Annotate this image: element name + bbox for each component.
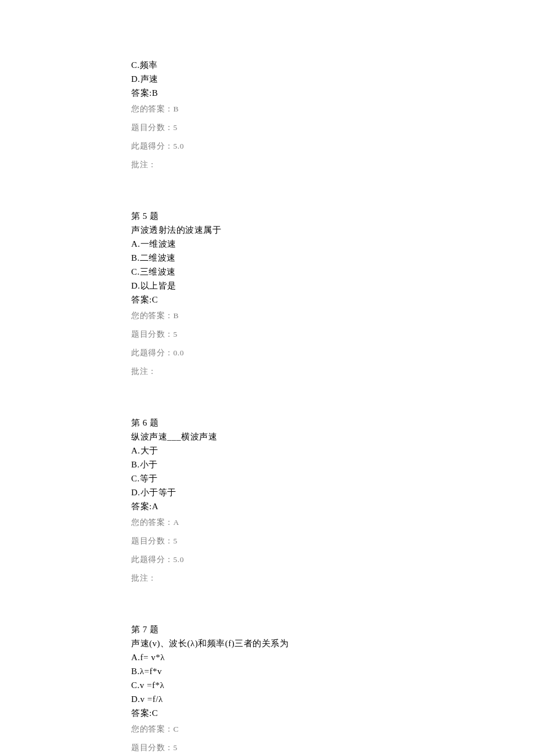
- question-score: 此题得分：5.0: [131, 137, 534, 156]
- option-a: A.f= v*λ: [131, 650, 534, 664]
- question-7: 第 7 题 声速(v)、波长(λ)和频率(f)三者的关系为 A.f= v*λ B…: [131, 622, 534, 756]
- question-number: 第 6 题: [131, 416, 534, 430]
- option-c: C.等于: [131, 471, 534, 485]
- option-c: C.频率: [131, 58, 534, 72]
- question-number: 第 7 题: [131, 622, 534, 636]
- question-stem: 声速(v)、波长(λ)和频率(f)三者的关系为: [131, 636, 534, 650]
- question-points: 题目分数：5: [131, 325, 534, 344]
- option-b: B.小于: [131, 458, 534, 471]
- note: 批注：: [131, 362, 534, 381]
- note: 批注：: [131, 156, 534, 174]
- question-score: 此题得分：0.0: [131, 344, 534, 362]
- option-d: D.以上皆是: [131, 279, 534, 293]
- option-d: D.v =f/λ: [131, 692, 534, 706]
- question-6: 第 6 题 纵波声速___横波声速 A.大于 B.小于 C.等于 D.小于等于 …: [131, 416, 534, 588]
- note: 批注：: [131, 569, 534, 588]
- option-d: D.小于等于: [131, 485, 534, 499]
- question-stem: 纵波声速___横波声速: [131, 430, 534, 444]
- option-d: D.声速: [131, 72, 534, 86]
- user-answer: 您的答案：B: [131, 100, 534, 118]
- question-stem: 声波透射法的波速属于: [131, 223, 534, 237]
- question-score: 此题得分：5.0: [131, 550, 534, 569]
- option-b: B.λ=f*v: [131, 664, 534, 678]
- user-answer: 您的答案：A: [131, 513, 534, 532]
- user-answer: 您的答案：B: [131, 307, 534, 325]
- option-a: A.一维波速: [131, 237, 534, 251]
- option-c: C.三维波速: [131, 265, 534, 279]
- question-points: 题目分数：5: [131, 118, 534, 137]
- spacer: [131, 398, 534, 416]
- question-5: 第 5 题 声波透射法的波速属于 A.一维波速 B.二维波速 C.三维波速 D.…: [131, 209, 534, 381]
- option-c: C.v =f*λ: [131, 678, 534, 692]
- correct-answer: 答案:C: [131, 706, 534, 720]
- correct-answer: 答案:A: [131, 499, 534, 513]
- spacer: [131, 192, 534, 209]
- question-points: 题目分数：5: [131, 739, 534, 756]
- spacer: [131, 605, 534, 622]
- correct-answer: 答案:B: [131, 86, 534, 100]
- question-points: 题目分数：5: [131, 532, 534, 550]
- question-4-partial: C.频率 D.声速 答案:B 您的答案：B 题目分数：5 此题得分：5.0 批注…: [131, 58, 534, 174]
- correct-answer: 答案:C: [131, 293, 534, 307]
- user-answer: 您的答案：C: [131, 720, 534, 739]
- option-a: A.大于: [131, 444, 534, 458]
- question-number: 第 5 题: [131, 209, 534, 223]
- option-b: B.二维波速: [131, 251, 534, 265]
